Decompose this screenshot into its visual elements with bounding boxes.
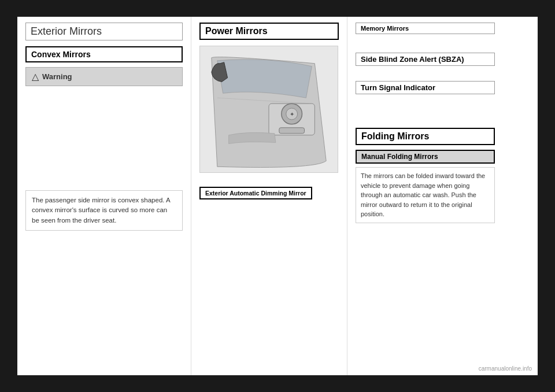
watermark: carmanualonline.info bbox=[479, 365, 532, 372]
warning-icon: △ bbox=[32, 71, 39, 82]
page-content: Exterior Mirrors Convex Mirrors △ Warnin… bbox=[17, 17, 538, 375]
warning-label: Warning bbox=[42, 72, 72, 81]
caption-container: Exterior Automatic Dimming Mirror bbox=[199, 187, 339, 199]
warning-box: △ Warning bbox=[25, 67, 183, 86]
power-mirrors-title: Power Mirrors bbox=[199, 23, 339, 40]
spacer-2 bbox=[356, 71, 495, 81]
folding-mirrors-title: Folding Mirrors bbox=[356, 128, 495, 145]
manual-folding-title: Manual Folding Mirrors bbox=[356, 150, 495, 164]
mirror-image: ✦ bbox=[199, 46, 338, 173]
right-column: Memory Mirrors Side Blind Zone Alert (SB… bbox=[347, 17, 503, 375]
mirror-illustration-svg: ✦ bbox=[200, 46, 338, 172]
folding-description-box: The mirrors can be folded inward toward … bbox=[356, 167, 495, 223]
svg-rect-5 bbox=[279, 128, 305, 134]
spacer-3 bbox=[356, 99, 495, 122]
middle-column: Power Mirrors ✦ bbox=[191, 17, 347, 375]
folding-description-text: The mirrors can be folded inward toward … bbox=[361, 171, 490, 219]
convex-mirrors-title: Convex Mirrors bbox=[25, 46, 183, 62]
spacer-1 bbox=[356, 42, 495, 53]
turn-signal-label: Turn Signal Indicator bbox=[356, 81, 495, 94]
left-column: Exterior Mirrors Convex Mirrors △ Warnin… bbox=[17, 17, 191, 375]
svg-text:✦: ✦ bbox=[290, 111, 294, 117]
memory-mirrors-label: Memory Mirrors bbox=[356, 23, 495, 34]
convex-description-text: The passenger side mirror is convex shap… bbox=[32, 195, 176, 225]
convex-description-box: The passenger side mirror is convex shap… bbox=[25, 190, 183, 231]
side-blind-zone-label: Side Blind Zone Alert (SBZA) bbox=[356, 53, 495, 66]
exterior-mirrors-title: Exterior Mirrors bbox=[25, 23, 183, 40]
image-caption: Exterior Automatic Dimming Mirror bbox=[199, 187, 312, 199]
